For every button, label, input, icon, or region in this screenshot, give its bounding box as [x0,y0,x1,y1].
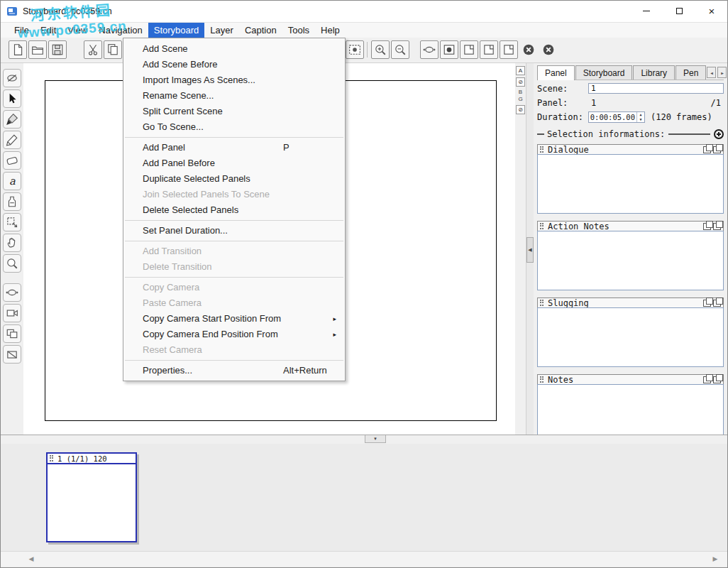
menu-edit[interactable]: Edit [35,23,62,38]
menu-item-delete-selected-panels[interactable]: Delete Selected Panels [123,202,345,218]
save-button[interactable] [48,40,67,59]
shape-tool-button[interactable] [3,345,21,364]
popout-icon[interactable] [703,300,711,307]
tab-pen[interactable]: Pen [675,65,706,80]
dialogue-textarea[interactable] [537,154,724,214]
menu-item-import-images[interactable]: Import Images As Scenes... [123,72,345,88]
horizontal-scrollbar[interactable]: ◀ ▶ [0,551,728,566]
panel-button-2[interactable] [480,40,498,59]
menu-item-set-panel-duration[interactable]: Set Panel Duration... [123,223,345,239]
hand-tool-button[interactable] [3,234,21,252]
menu-item-properties[interactable]: Properties... Alt+Return [123,363,345,378]
tab-library[interactable]: Library [633,65,675,80]
panel-icon [502,43,515,56]
duration-spinbox[interactable]: 0:00:05.00 ▲ ▼ [588,111,645,123]
copy-button[interactable] [104,40,122,59]
select-tool-button[interactable] [3,89,21,108]
slugging-header[interactable]: Slugging [537,297,724,308]
action-notes-header-icons [703,223,721,230]
expand-icon[interactable] [713,300,721,307]
scroll-right-button[interactable]: ▶ [710,553,721,564]
menu-item-add-scene-before[interactable]: Add Scene Before [123,57,345,72]
tab-storyboard[interactable]: Storyboard [575,65,633,80]
action-notes-header[interactable]: Action Notes [537,221,724,231]
tab-scroll-right-button[interactable]: ▶ [717,67,727,78]
collapse-panel-button[interactable]: ◀ [526,237,534,263]
paint-icon [6,195,18,208]
new-button[interactable] [9,40,27,59]
zoom-in-button[interactable] [371,40,390,59]
panel-button-1[interactable] [460,40,478,59]
expand-icon[interactable] [713,223,721,230]
menu-item-copy-camera-start[interactable]: Copy Camera Start Position From ▸ [123,311,345,327]
menu-layer[interactable]: Layer [204,23,239,38]
menu-item-add-scene[interactable]: Add Scene [123,41,345,57]
capture-button[interactable] [346,40,364,59]
snapshot-button[interactable] [440,40,458,59]
expand-icon[interactable] [713,376,721,383]
menu-help[interactable]: Help [315,23,346,38]
minimize-button[interactable] [630,0,663,23]
cut-button[interactable] [84,40,102,59]
transition-button[interactable] [420,40,439,59]
scroll-left-button[interactable]: ◀ [26,553,37,564]
menu-item-rename-scene[interactable]: Rename Scene... [123,88,345,104]
popout-icon[interactable] [703,146,711,153]
menu-navigation[interactable]: Navigation [93,23,148,38]
menu-item-copy-camera-end[interactable]: Copy Camera End Position From ▸ [123,327,345,342]
layer-a-hide-button[interactable]: ⊘ [516,77,525,87]
paint-tool-button[interactable] [3,192,21,211]
select-icon [6,92,18,105]
close-button[interactable]: × [695,0,728,23]
horizontal-splitter[interactable]: ▼ [0,435,728,444]
duration-value: 0:00:05.00 [589,113,636,121]
notes-header[interactable]: Notes [537,374,724,385]
brush-tool-button[interactable] [3,110,21,129]
menu-tools[interactable]: Tools [282,23,315,38]
slugging-textarea[interactable] [537,307,724,367]
menu-caption[interactable]: Caption [239,23,282,38]
chevron-right-icon: ▶ [721,70,724,75]
open-button[interactable] [28,40,47,59]
panel-button-3[interactable] [500,40,518,59]
menu-file[interactable]: File [9,23,35,38]
pencil-tool-button[interactable] [3,131,21,149]
slugging-title: Slugging [548,298,589,308]
action-notes-textarea[interactable] [537,231,724,290]
tab-scroll-left-button[interactable]: ◀ [707,67,716,78]
cutter-tool-button[interactable] [3,69,21,87]
text-tool-button[interactable] [3,172,21,190]
menu-view[interactable]: View [62,23,93,38]
expand-icon[interactable] [713,146,721,153]
menu-item-delete-transition: Delete Transition [123,259,345,275]
save-icon [51,43,64,56]
camera-tool-button[interactable] [3,304,21,322]
tab-panel[interactable]: Panel [537,65,575,80]
dialogue-header[interactable]: Dialogue [537,144,724,155]
menu-item-add-panel-before[interactable]: Add Panel Before [123,155,345,171]
scene-input[interactable]: 1 [588,83,724,94]
expand-info-icon[interactable] [714,129,724,139]
popout-icon[interactable] [703,223,711,230]
menu-item-add-panel[interactable]: Add Panel P [123,140,345,155]
transform-tool-button[interactable] [3,213,21,231]
maximize-button[interactable] [663,0,695,23]
mask-button-2[interactable] [539,40,558,59]
mask-button-1[interactable] [519,40,538,59]
menu-item-split-current-scene[interactable]: Split Current Scene [123,104,345,119]
menu-item-go-to-scene[interactable]: Go To Scene... [123,119,345,135]
collapse-timeline-button[interactable]: ▼ [365,435,386,443]
ellipse-tool-button[interactable] [3,283,21,302]
panel-thumbnail[interactable]: 1 (1/1) 120 [46,452,137,542]
zoom-out-button[interactable] [391,40,409,59]
popout-icon[interactable] [703,376,711,383]
vertical-splitter[interactable]: ◀ [526,63,534,435]
menu-storyboard[interactable]: Storyboard [148,23,205,38]
menu-item-duplicate-selected-panels[interactable]: Duplicate Selected Panels [123,171,345,187]
layer-bg-hide-button[interactable]: ⊘ [516,105,525,114]
eraser-tool-button[interactable] [3,151,21,170]
layer-a-button[interactable]: A [516,66,525,75]
frames-tool-button[interactable] [3,324,21,343]
zoom-tool-button[interactable] [3,254,21,273]
duration-spin-arrows[interactable]: ▲ ▼ [636,112,644,122]
